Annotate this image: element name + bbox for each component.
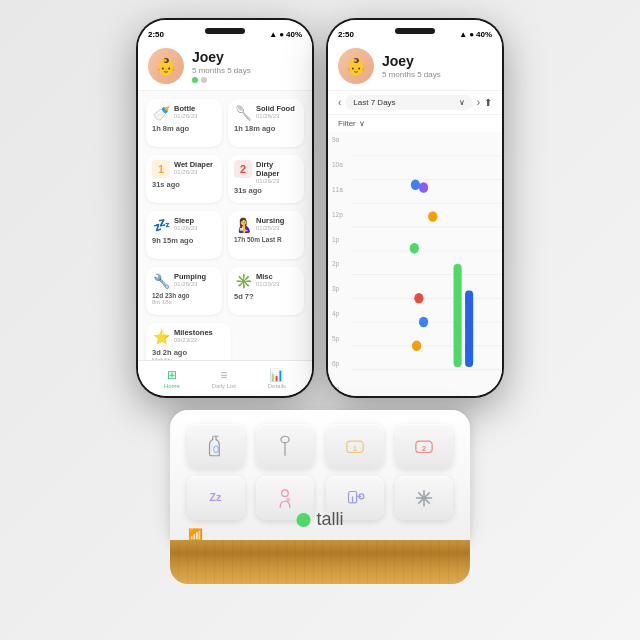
nav-home[interactable]: ⊞ Home [164, 368, 180, 389]
nursing-button-icon [272, 485, 298, 511]
wet-date: 01/26/23 [174, 169, 213, 175]
feed-nursing: 🤱 Nursing 01/25/23 17h 50m Last R [228, 211, 304, 259]
pumping-sub: 8m 18s [152, 299, 216, 305]
time-5p: 5p [332, 335, 352, 342]
filter-label: Filter [338, 119, 356, 128]
time-2p: 2p [332, 260, 352, 267]
dirty-date: 01/26/23 [256, 178, 298, 184]
svg-text:1: 1 [353, 444, 357, 453]
time-1p: 1p [332, 236, 352, 243]
time-3p: 3p [332, 285, 352, 292]
solid-time: 1h 18m ago [234, 124, 298, 133]
pumping-title: Pumping [174, 272, 206, 281]
home-nav-label: Home [164, 383, 180, 389]
phone-2-user-sub: 5 months 5 days [382, 70, 492, 79]
chart-area: 9a 10a 11a 12p 1p 2p 3p 4p 5p 6p 7p [328, 132, 502, 396]
pumping-icon: 🔧 [152, 272, 170, 290]
time-6p: 6p [332, 360, 352, 367]
feed-row-2: 1 Wet Diaper 01/26/23 31s ago 2 [138, 151, 312, 207]
talli-logo-dot [296, 513, 310, 527]
phone-1-nav: ⊞ Home ≡ Daily List 📊 Details [138, 360, 312, 396]
phone-1: 2:50 ▲ ● 40% 👶 Joey 5 months 5 days [136, 18, 314, 398]
sleep-time: 9h 15m ago [152, 236, 216, 245]
phone-1-wifi-icon: ▲ [269, 30, 277, 39]
chart-svg [352, 132, 502, 396]
bottle-button[interactable] [187, 424, 245, 468]
solid-icon: 🥄 [234, 104, 252, 122]
wet-title: Wet Diaper [174, 160, 213, 169]
wet-icon: 1 [152, 160, 170, 178]
sleep-button-icon: Zz [203, 485, 229, 511]
dirty-title: Dirty Diaper [256, 160, 298, 178]
dirty-diaper-button[interactable]: 2 [395, 424, 453, 468]
wet-diaper-button-icon: 1 [342, 433, 368, 459]
milestone-date: 09/23/22 [174, 337, 213, 343]
dirty-time: 31s ago [234, 186, 298, 195]
home-nav-icon: ⊞ [167, 368, 177, 382]
phone-1-feed-list: 🍼 Bottle 01/26/23 1h 8m ago 🥄 [138, 91, 312, 360]
sleep-icon: 💤 [152, 216, 170, 234]
milestone-title: Milestones [174, 328, 213, 337]
svg-point-19 [213, 446, 218, 453]
talli-device: 1 2 Zz [170, 410, 470, 580]
phone-2-notch [395, 28, 435, 34]
spoon-button-icon [272, 433, 298, 459]
date-range-selector[interactable]: Last 7 Days ∨ [345, 95, 472, 110]
share-button[interactable]: ⬆ [484, 97, 492, 108]
phone-1-user-info: Joey 5 months 5 days [192, 49, 302, 83]
solid-title: Solid Food [256, 104, 295, 113]
nav-daily[interactable]: ≡ Daily List [212, 368, 236, 389]
device-body: 1 2 Zz [170, 410, 470, 580]
dirty-icon: 2 [234, 160, 252, 178]
feed-wet: 1 Wet Diaper 01/26/23 31s ago [146, 155, 222, 203]
wet-diaper-button[interactable]: 1 [326, 424, 384, 468]
bottle-time: 1h 8m ago [152, 124, 216, 133]
device-buttons-row-1: 1 2 [184, 424, 456, 468]
phone-2-wifi-icon: ▲ [459, 30, 467, 39]
bottle-icon: 🍼 [152, 104, 170, 122]
misc-button-icon [411, 485, 437, 511]
phone-1-status-dots [192, 77, 302, 83]
nav-details[interactable]: 📊 Details [268, 368, 286, 389]
sleep-title: Sleep [174, 216, 197, 225]
sleep-date: 01/26/23 [174, 225, 197, 231]
feed-bottle: 🍼 Bottle 01/26/23 1h 8m ago [146, 99, 222, 147]
sleep-button[interactable]: Zz [187, 476, 245, 520]
dot-green [192, 77, 198, 83]
time-labels: 9a 10a 11a 12p 1p 2p 3p 4p 5p 6p 7p [332, 136, 352, 392]
phone-2-user-info: Joey 5 months 5 days [382, 53, 492, 79]
misc-time: 5d 7? [234, 292, 298, 301]
phone-1-user-sub: 5 months 5 days [192, 66, 302, 75]
dirty-diaper-button-icon: 2 [411, 433, 437, 459]
feed-row-3: 💤 Sleep 01/26/23 9h 15m ago 🤱 [138, 207, 312, 263]
svg-point-15 [419, 317, 428, 328]
nursing-title: Nursing [256, 216, 284, 225]
back-button[interactable]: ‹ [338, 97, 341, 108]
filter-bar: Filter ∨ [328, 115, 502, 132]
time-11a: 11a [332, 186, 352, 193]
time-4p: 4p [332, 310, 352, 317]
feed-row-4: 🔧 Pumping 01/26/23 12d 23h ago 8m 18s [138, 263, 312, 319]
pumping-button-icon [342, 485, 368, 511]
feed-row-5: ⭐ Milestones 09/23/22 3d 2h ago Mobility [138, 319, 312, 360]
time-12p: 12p [332, 211, 352, 218]
details-nav-label: Details [268, 383, 286, 389]
phone-1-user-name: Joey [192, 49, 302, 66]
phone-1-header: 👶 Joey 5 months 5 days [138, 44, 312, 91]
svg-point-16 [412, 341, 421, 352]
svg-point-27 [282, 490, 289, 497]
phone-2-avatar: 👶 [338, 48, 374, 84]
daily-nav-icon: ≡ [220, 368, 227, 382]
nursing-icon: 🤱 [234, 216, 252, 234]
solid-date: 01/26/23 [256, 113, 295, 119]
misc-button[interactable] [395, 476, 453, 520]
phone-2-header: 👶 Joey 5 months 5 days [328, 44, 502, 91]
svg-point-12 [428, 211, 437, 222]
phone-1-notch [205, 28, 245, 34]
forward-button[interactable]: › [477, 97, 480, 108]
solid-food-button[interactable] [256, 424, 314, 468]
wood-grain-texture [170, 540, 470, 584]
feed-misc: ✳️ Misc 01/20/23 5d 7? [228, 267, 304, 315]
feed-solid: 🥄 Solid Food 01/26/23 1h 18m ago [228, 99, 304, 147]
phone-1-time: 2:50 [148, 30, 164, 39]
